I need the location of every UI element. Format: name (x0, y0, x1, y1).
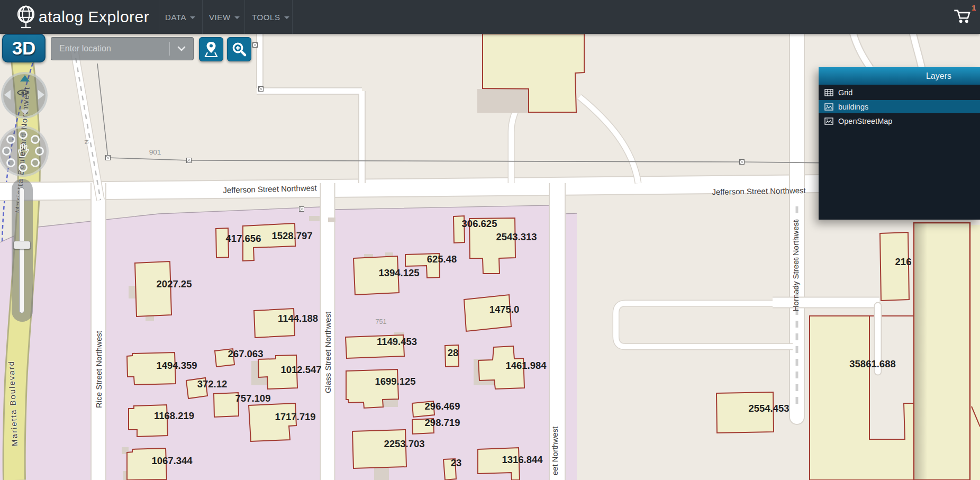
zoom-slider[interactable] (12, 179, 33, 322)
cart-count-badge: 1 (972, 4, 976, 12)
building-area-label: 625.48 (427, 253, 457, 265)
eye-icon (17, 88, 29, 97)
layers-panel-title: Layers (926, 71, 951, 81)
street-label-partial: eet Northwest (550, 427, 559, 476)
building-area-label: 372.12 (197, 378, 228, 390)
map-pin-icon (203, 41, 219, 58)
building-area-label: 216 (895, 256, 912, 268)
building-area-label: 35861.688 (849, 358, 895, 370)
catalog-explorer-app: Jefferson Street Northwest Jefferson Str… (0, 0, 980, 480)
cart-button[interactable]: 1 (954, 8, 975, 28)
building-area-label: 1067.344 (151, 455, 192, 467)
location-search (51, 37, 194, 60)
chevron-down-icon (234, 16, 240, 19)
wheel-dot[interactable] (6, 135, 15, 144)
view-rotate-control[interactable] (1, 72, 48, 119)
building-area-label: 757.109 (235, 393, 271, 404)
menu-tools-label: TOOLS (252, 13, 280, 22)
street-label-rice: Rice Street Northwest (94, 331, 103, 408)
parcel-number-label: 901 (149, 148, 161, 156)
menu-view[interactable]: VIEW (209, 0, 240, 34)
pan-right-arrow-icon[interactable] (38, 90, 44, 99)
wheel-dot[interactable] (31, 135, 40, 144)
image-icon (824, 117, 833, 125)
layers-panel-header[interactable]: Layers (819, 67, 980, 85)
parcel-number-label: 751 (376, 318, 387, 325)
layers-panel: Layers Grid buildings (819, 67, 980, 220)
wheel-dot[interactable] (35, 147, 44, 156)
magnifier-plus-icon (231, 41, 247, 57)
zoom-slider-handle[interactable] (13, 241, 31, 249)
building-area-label: 2543.313 (496, 231, 537, 243)
menu-tools[interactable]: TOOLS (252, 0, 289, 34)
layer-item-grid[interactable]: Grid (819, 86, 980, 99)
building-area-label: 2253.703 (384, 438, 424, 450)
building-area-label: 1149.453 (377, 336, 417, 348)
grid-icon (824, 89, 833, 96)
image-icon (824, 103, 833, 111)
wheel-dot[interactable] (6, 158, 15, 167)
building-area-label: 1012.547 (280, 364, 321, 376)
pan-wheel-control[interactable] (0, 126, 49, 177)
zoom-search-button[interactable] (227, 37, 251, 61)
search-dropdown-button[interactable] (170, 46, 193, 51)
app-title: atalog Explorer (39, 8, 149, 26)
3d-toggle-button[interactable]: 3D (2, 34, 46, 62)
building-area-label: 1168.219 (154, 410, 194, 422)
top-navbar: atalog Explorer DATA VIEW TOOLS 1 (0, 0, 980, 34)
layer-item-label: buildings (838, 103, 868, 111)
building-area-label: 417.656 (226, 233, 261, 244)
menu-view-label: VIEW (209, 13, 231, 22)
app-logo[interactable]: atalog Explorer (15, 3, 149, 31)
building-area-label: 28 (448, 347, 459, 359)
search-input[interactable] (51, 44, 169, 53)
search-divider (169, 42, 170, 56)
building-area-label: 1316.844 (502, 454, 542, 466)
building-area-label: 298.719 (425, 417, 460, 429)
building-area-label: 1699.125 (375, 376, 415, 387)
chevron-down-icon (284, 16, 289, 19)
building-area-label: 1461.984 (505, 360, 546, 372)
globe-icon (15, 3, 37, 31)
cart-icon (954, 8, 972, 24)
layer-item-label: Grid (838, 88, 852, 97)
menu-data-label: DATA (165, 13, 186, 22)
building-area-label: 1475.0 (489, 304, 520, 315)
pan-down-arrow-icon[interactable] (21, 110, 29, 115)
wheel-dot[interactable] (2, 147, 11, 156)
zoom-slider-track[interactable] (19, 187, 24, 313)
pan-left-arrow-icon[interactable] (4, 90, 11, 99)
wheel-dot[interactable] (19, 130, 28, 139)
building-area-label: 1144.188 (278, 313, 318, 324)
layer-item-buildings[interactable]: buildings (819, 100, 980, 113)
building-area-label: 1394.125 (378, 267, 419, 279)
building-area-label: 2554.453 (748, 403, 789, 414)
building-area-label: 267.063 (228, 348, 264, 360)
street-label-jefferson-e: Jefferson Street Northwest (712, 186, 806, 196)
tall-building-right[interactable] (914, 223, 970, 480)
street-label-hornady: Hornady Street Northwest (791, 220, 800, 312)
building-area-label: 1717.719 (275, 411, 315, 423)
building-area-label: 1494.359 (156, 360, 197, 372)
menu-data[interactable]: DATA (165, 0, 195, 34)
building-area-label: 2027.25 (157, 278, 192, 290)
locate-marker-button[interactable] (199, 37, 223, 61)
building-area-label: 296.469 (425, 401, 460, 412)
building-area-label: 23 (451, 457, 462, 469)
wheel-dot[interactable] (31, 158, 40, 167)
chevron-down-icon (190, 16, 195, 19)
layer-item-openstreetmap[interactable]: OpenStreetMap (819, 114, 980, 128)
chevron-down-icon (177, 46, 186, 51)
pan-up-arrow-icon[interactable] (20, 75, 30, 81)
building-area-label: 306.625 (462, 218, 497, 230)
wheel-dot[interactable] (19, 163, 28, 172)
hand-pan-icon (16, 142, 30, 158)
building-area-label: 1528.797 (271, 230, 312, 242)
street-label-glass: Glass Street Northwest (323, 312, 332, 393)
layer-item-label: OpenStreetMap (838, 117, 892, 125)
